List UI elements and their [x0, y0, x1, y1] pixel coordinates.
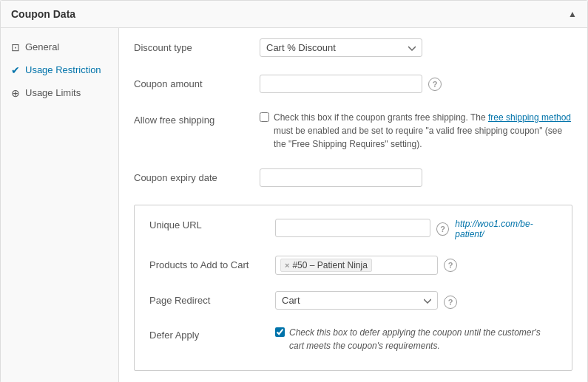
coupon-header: Coupon Data ▲ — [1, 1, 587, 28]
products-to-add-help-icon[interactable]: ? — [444, 259, 457, 272]
usage-restriction-icon: ✔ — [11, 65, 20, 75]
page-redirect-field: Cart Checkout None ? — [275, 291, 557, 310]
unique-url-help-icon[interactable]: ? — [436, 222, 449, 236]
coupon-amount-field: 10 ? — [260, 75, 572, 93]
discount-type-label: Discount type — [134, 38, 260, 53]
tag-remove-icon[interactable]: × — [285, 261, 289, 270]
defer-apply-checkbox-line: Check this box to defer applying the cou… — [275, 326, 557, 352]
products-to-add-label: Products to Add to Cart — [149, 256, 275, 270]
sidebar-item-general[interactable]: ⊡ General — [1, 35, 118, 58]
defer-apply-text: Check this box to defer applying the cou… — [289, 326, 557, 352]
discount-type-select[interactable]: Cart % Discount Cart Discount Product Di… — [260, 38, 422, 57]
coupon-expiry-row: Coupon expiry date 2015-06-30 — [134, 168, 572, 194]
sidebar: ⊡ General ✔ Usage Restriction ⊕ Usage Li… — [1, 28, 119, 382]
sidebar-item-general-label: General — [25, 41, 59, 52]
free-shipping-field: Check this box if the coupon grants free… — [260, 111, 572, 151]
page-redirect-select[interactable]: Cart Checkout None — [275, 291, 438, 310]
free-shipping-label: Allow free shipping — [134, 111, 260, 126]
unique-url-row: Unique URL be-patient/ ? http://woo1.com… — [149, 216, 557, 247]
coupon-amount-row: Coupon amount 10 ? — [134, 75, 572, 100]
unique-url-input[interactable]: be-patient/ — [275, 219, 430, 237]
unique-url-hint: http://woo1.com/be-patient/ — [455, 219, 557, 239]
free-shipping-link[interactable]: free shipping method — [488, 112, 571, 123]
page-redirect-row: Page Redirect Cart Checkout None ? — [149, 291, 557, 317]
unique-url-field: be-patient/ ? http://woo1.com/be-patient… — [275, 216, 557, 239]
defer-apply-label: Defer Apply — [149, 326, 275, 341]
tag-label: #50 – Patient Ninja — [292, 260, 367, 270]
products-to-add-field: × #50 – Patient Ninja ? — [275, 256, 557, 275]
products-to-add-row: Products to Add to Cart × #50 – Patient … — [149, 256, 557, 282]
main-content: Discount type Cart % Discount Cart Disco… — [119, 28, 587, 382]
collapse-icon[interactable]: ▲ — [568, 9, 577, 19]
free-shipping-checkbox[interactable] — [260, 112, 269, 122]
coupon-expiry-field: 2015-06-30 — [260, 168, 572, 187]
usage-limits-icon: ⊕ — [11, 88, 20, 98]
sidebar-item-usage-limits[interactable]: ⊕ Usage Limits — [1, 81, 118, 104]
coupon-amount-input[interactable]: 10 — [260, 75, 422, 93]
products-tag-input[interactable]: × #50 – Patient Ninja — [275, 256, 438, 275]
coupon-expiry-input[interactable]: 2015-06-30 — [260, 168, 422, 187]
free-shipping-checkbox-line: Check this box if the coupon grants free… — [260, 111, 572, 151]
defer-apply-field: Check this box to defer applying the cou… — [275, 326, 557, 352]
cart-discount-section: Unique URL be-patient/ ? http://woo1.com… — [134, 205, 572, 371]
coupon-amount-help-icon[interactable]: ? — [428, 78, 442, 91]
sidebar-item-usage-limits-label: Usage Limits — [25, 87, 81, 98]
free-shipping-row: Allow free shipping Check this box if th… — [134, 111, 572, 158]
coupon-body: ⊡ General ✔ Usage Restriction ⊕ Usage Li… — [1, 28, 587, 382]
coupon-amount-label: Coupon amount — [134, 75, 260, 89]
coupon-title: Coupon Data — [11, 8, 75, 20]
product-tag-0: × #50 – Patient Ninja — [280, 259, 372, 272]
sidebar-item-usage-restriction[interactable]: ✔ Usage Restriction — [1, 58, 118, 81]
page-redirect-label: Page Redirect — [149, 291, 275, 306]
sidebar-item-usage-restriction-label: Usage Restriction — [25, 64, 101, 75]
free-shipping-text: Check this box if the coupon grants free… — [274, 111, 572, 151]
discount-type-row: Discount type Cart % Discount Cart Disco… — [134, 38, 572, 64]
coupon-panel: Coupon Data ▲ ⊡ General ✔ Usage Restrict… — [0, 0, 588, 382]
page-redirect-help-icon[interactable]: ? — [444, 296, 457, 309]
discount-type-field: Cart % Discount Cart Discount Product Di… — [260, 38, 572, 57]
defer-apply-row: Defer Apply Check this box to defer appl… — [149, 326, 557, 360]
general-icon: ⊡ — [11, 42, 20, 52]
coupon-expiry-label: Coupon expiry date — [134, 168, 260, 183]
defer-apply-checkbox[interactable] — [275, 327, 285, 337]
unique-url-label: Unique URL — [149, 216, 275, 231]
